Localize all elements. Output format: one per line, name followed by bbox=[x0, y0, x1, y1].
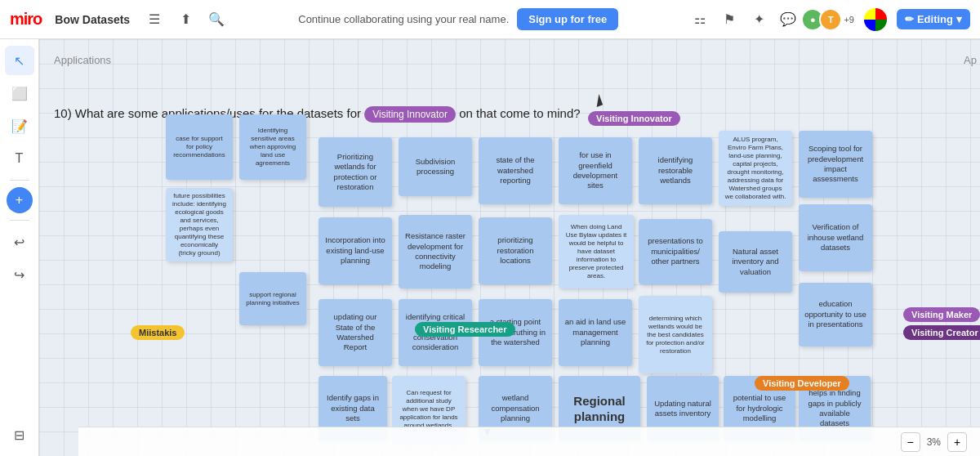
frame-tool[interactable]: ⬜ bbox=[5, 78, 34, 108]
star-icon[interactable]: ✦ bbox=[747, 8, 770, 31]
color-ring[interactable] bbox=[864, 8, 887, 31]
sticky-best-candidates[interactable]: determining which wetlands would be the … bbox=[639, 296, 712, 373]
zoom-in-button[interactable]: + bbox=[947, 432, 967, 452]
sticky-land-use-planning[interactable]: Incorporation into existing land-use pla… bbox=[318, 217, 392, 284]
sticky-policy[interactable]: case for support for policy recommendati… bbox=[166, 114, 233, 180]
left-toolbar: ↖ ⬜ 📝 T + ↩ ↪ ⊟ bbox=[0, 39, 39, 456]
editing-label: Editing bbox=[917, 13, 953, 25]
chat-icon[interactable]: 💬 bbox=[777, 8, 800, 31]
sticky-regional-planning[interactable]: support regional planning initiatives bbox=[239, 272, 306, 325]
flag-icon[interactable]: ⚑ bbox=[718, 8, 741, 31]
settings-tool[interactable]: ⊟ bbox=[5, 420, 34, 449]
visiting-innovator-inline: Visiting Innovator bbox=[364, 106, 456, 123]
sticky-presentations[interactable]: presentations to municipalities/ other p… bbox=[639, 219, 712, 284]
search-icon[interactable]: 🔍 bbox=[205, 8, 228, 31]
visitor-badge-innovator: Visiting Innovator bbox=[588, 111, 680, 126]
question-heading: 10) What are some applications/uses for … bbox=[54, 105, 626, 123]
right-icons: ⚏ ⚑ ✦ 💬 ● T +9 ✏ Editing ▾ bbox=[688, 8, 970, 31]
zoom-out-button[interactable]: − bbox=[901, 432, 920, 452]
sticky-natural-asset[interactable]: Natural asset inventory and valuation bbox=[719, 231, 792, 293]
sticky-prioritizing-wetlands[interactable]: Prioritizing wetlands for protection or … bbox=[318, 137, 392, 207]
plus-badge: +9 bbox=[844, 15, 854, 25]
visitor-badge-developer: Visiting Developer bbox=[755, 376, 849, 391]
sticky-restoration-locations[interactable]: prioritizing restoration locations bbox=[479, 217, 552, 284]
center-message-area: Continue collaborating using your real n… bbox=[236, 8, 680, 30]
toolbar-separator bbox=[10, 180, 29, 181]
cursor bbox=[595, 95, 601, 106]
zoom-level: 3% bbox=[927, 436, 941, 448]
canvas[interactable]: Applications Ap 10) What are some applic… bbox=[39, 39, 980, 456]
sticky-scoping-tool[interactable]: Scoping tool for predevelopment impact a… bbox=[799, 131, 872, 198]
top-bar: miro Bow Datasets ☰ ⬆ 🔍 Continue collabo… bbox=[0, 0, 980, 39]
cursor-arrow bbox=[593, 94, 603, 107]
sticky-updating-watershed[interactable]: updating our State of the Watershed Repo… bbox=[318, 299, 392, 366]
sticky-land-management[interactable]: an aid in land use management planning bbox=[559, 299, 632, 366]
pencil-icon: ✏ bbox=[905, 13, 914, 25]
editing-button[interactable]: ✏ Editing ▾ bbox=[897, 9, 970, 29]
sticky-verification[interactable]: Verification of inhouse wetland datasets bbox=[799, 204, 872, 271]
board-name: Bow Datasets bbox=[55, 13, 130, 26]
apps-icon[interactable]: ⚏ bbox=[688, 8, 711, 31]
add-tool[interactable]: + bbox=[7, 187, 33, 213]
signup-button[interactable]: Sign up for free bbox=[517, 8, 618, 30]
select-tool[interactable]: ↖ bbox=[5, 46, 34, 75]
sticky-education[interactable]: education opportunity to use in presenta… bbox=[799, 283, 872, 346]
sticky-state-watershed[interactable]: state of the watershed reporting bbox=[479, 137, 552, 204]
redo-tool[interactable]: ↪ bbox=[5, 260, 34, 289]
visitor-badge-maker: Visiting Maker bbox=[903, 307, 980, 322]
menu-icon[interactable]: ☰ bbox=[143, 8, 166, 31]
undo-tool[interactable]: ↩ bbox=[5, 227, 34, 257]
sticky-resistance-raster[interactable]: Resistance raster development for connec… bbox=[399, 215, 472, 288]
miistakis-label: Miistakis bbox=[131, 325, 185, 340]
sticky-future-possibilities[interactable]: future possibilities include: identifyin… bbox=[166, 188, 233, 262]
section-label-right: Ap bbox=[964, 54, 977, 66]
text-tool[interactable]: T bbox=[5, 144, 34, 173]
sticky-subdivision[interactable]: Subdivision processing bbox=[399, 137, 472, 196]
toolbar-separator-2 bbox=[10, 220, 29, 221]
sticky-tool[interactable]: 📝 bbox=[5, 111, 34, 141]
sticky-sensitive-areas[interactable]: Identifying sensitive areas when approvi… bbox=[239, 114, 306, 180]
avatar-2: T bbox=[819, 8, 842, 31]
chevron-down-icon: ▾ bbox=[956, 13, 962, 25]
sticky-alus[interactable]: ALUS program, Enviro Farm Plans, land-us… bbox=[719, 131, 792, 206]
visitor-badge-researcher: Visiting Researcher bbox=[415, 322, 515, 337]
miro-logo: miro bbox=[10, 10, 42, 29]
avatar-group: ● T +9 bbox=[806, 8, 854, 31]
section-label: Applications bbox=[54, 54, 111, 66]
center-message-text: Continue collaborating using your real n… bbox=[298, 13, 509, 25]
visitor-badge-creator: Visiting Creator bbox=[903, 325, 980, 340]
share-icon[interactable]: ⬆ bbox=[174, 8, 197, 31]
sticky-restorable-wetlands[interactable]: identifying restorable wetlands bbox=[639, 137, 712, 204]
bottom-bar: − 3% + bbox=[78, 427, 980, 456]
sticky-land-use-bylaw[interactable]: When doing Land Use Bylaw updates it wou… bbox=[559, 215, 634, 288]
sticky-greenfield[interactable]: for use in greenfield development sites bbox=[559, 137, 632, 204]
